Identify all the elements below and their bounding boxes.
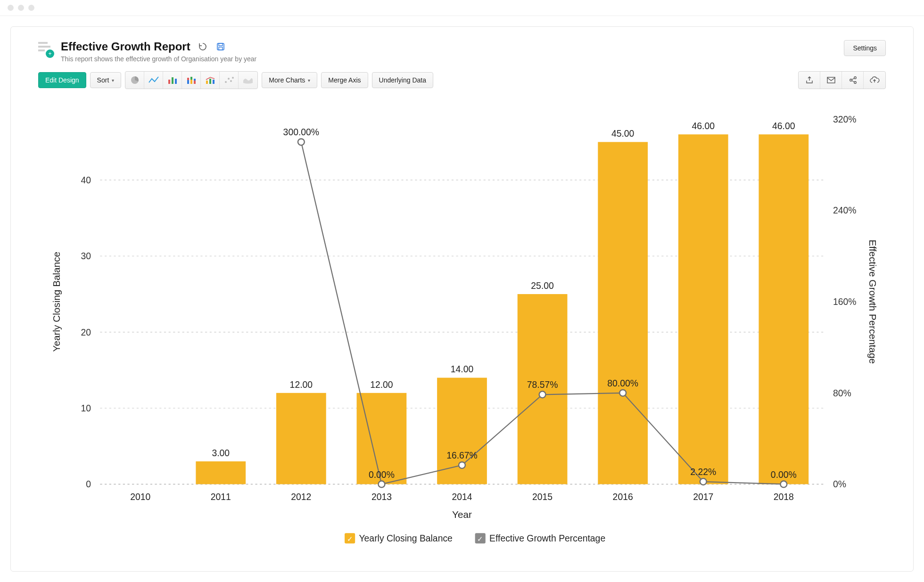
svg-rect-12	[194, 79, 196, 81]
svg-text:Effective Growth Percentage: Effective Growth Percentage	[489, 533, 605, 543]
svg-rect-2	[219, 47, 223, 50]
svg-text:78.57%: 78.57%	[527, 379, 558, 390]
svg-text:80%: 80%	[833, 388, 851, 398]
chart-type-map[interactable]	[239, 72, 257, 89]
underlying-data-button[interactable]: Underlying Data	[372, 72, 433, 88]
svg-rect-14	[209, 79, 211, 84]
svg-rect-13	[206, 81, 208, 84]
svg-text:2011: 2011	[211, 492, 231, 502]
edit-design-button[interactable]: Edit Design	[38, 72, 86, 88]
svg-text:2015: 2015	[532, 492, 553, 502]
combo-chart-icon	[205, 76, 216, 84]
settings-button[interactable]: Settings	[844, 40, 886, 56]
svg-text:80.00%: 80.00%	[607, 378, 638, 388]
svg-text:320%: 320%	[833, 114, 857, 124]
svg-text:2018: 2018	[774, 492, 794, 502]
plus-icon: +	[46, 49, 54, 58]
svg-point-60	[780, 481, 787, 488]
save-button[interactable]	[215, 41, 226, 52]
chart-type-stacked[interactable]	[182, 72, 201, 89]
chart-type-pie[interactable]	[125, 72, 144, 89]
page-title: Effective Growth Report	[61, 40, 190, 53]
scatter-chart-icon	[224, 76, 234, 84]
svg-text:3.00: 3.00	[212, 448, 230, 458]
chart-type-line[interactable]	[144, 72, 163, 89]
sort-button[interactable]: Sort ▾	[90, 72, 122, 88]
svg-text:160%: 160%	[833, 296, 857, 307]
toolbar: Edit Design Sort ▾	[33, 71, 891, 93]
svg-text:✓: ✓	[477, 535, 483, 543]
svg-text:300.00%: 300.00%	[283, 127, 319, 137]
merge-axis-button[interactable]: Merge Axis	[321, 72, 368, 88]
export-button[interactable]	[799, 72, 820, 89]
bar-chart-icon	[167, 76, 178, 84]
svg-text:0%: 0%	[833, 479, 846, 489]
chart-type-scatter[interactable]	[220, 72, 239, 89]
svg-rect-10	[190, 77, 192, 80]
svg-text:2017: 2017	[693, 492, 713, 502]
svg-point-16	[225, 81, 227, 83]
window-dot-close[interactable]	[8, 5, 14, 11]
svg-text:0.00%: 0.00%	[369, 469, 395, 480]
bar	[598, 142, 648, 484]
share-icon	[849, 76, 857, 84]
window-titlebar	[0, 0, 924, 16]
svg-text:2012: 2012	[291, 492, 311, 502]
svg-rect-4	[168, 80, 170, 84]
svg-text:46.00: 46.00	[772, 121, 795, 131]
svg-rect-6	[175, 79, 177, 84]
refresh-button[interactable]	[197, 41, 208, 52]
svg-text:10: 10	[81, 403, 91, 413]
report-icon: +	[38, 42, 52, 56]
svg-point-18	[230, 80, 232, 82]
svg-point-56	[619, 390, 626, 396]
svg-text:16.67%: 16.67%	[446, 450, 478, 460]
window-dot-max[interactable]	[28, 5, 34, 11]
svg-rect-8	[187, 78, 189, 80]
svg-text:Effective Growth Percentage: Effective Growth Percentage	[867, 239, 878, 364]
svg-text:46.00: 46.00	[692, 121, 715, 131]
chart-type-bar[interactable]	[163, 72, 182, 89]
svg-point-58	[700, 478, 707, 485]
svg-text:20: 20	[81, 327, 91, 337]
svg-rect-15	[213, 80, 214, 84]
stacked-bar-icon	[186, 76, 197, 84]
svg-point-21	[850, 79, 851, 81]
chart-type-combo[interactable]	[201, 72, 220, 89]
action-icon-group	[798, 71, 886, 89]
svg-text:0: 0	[86, 479, 91, 489]
svg-text:25.00: 25.00	[531, 280, 554, 291]
svg-point-52	[459, 462, 465, 468]
report-header: + Effective Growth Report	[33, 40, 891, 71]
pie-chart-icon	[130, 75, 140, 85]
export-icon	[805, 76, 814, 84]
more-charts-button[interactable]: More Charts ▾	[262, 72, 317, 88]
app-window: + Effective Growth Report	[0, 0, 924, 582]
svg-text:240%: 240%	[833, 205, 857, 215]
chart-area: 0102030400%80%160%240%320%3.0012.0012.00…	[33, 93, 891, 558]
bar	[678, 134, 728, 484]
canvas-wrap: + Effective Growth Report	[0, 16, 924, 582]
svg-text:12.00: 12.00	[370, 379, 393, 390]
svg-rect-0	[217, 43, 224, 50]
line-chart-icon	[148, 76, 159, 84]
svg-text:✓: ✓	[347, 535, 353, 543]
report-canvas: + Effective Growth Report	[10, 26, 914, 572]
cloud-button[interactable]	[864, 72, 885, 89]
more-charts-label: More Charts	[269, 76, 305, 84]
cloud-upload-icon	[869, 76, 880, 84]
chart-svg: 0102030400%80%160%240%320%3.0012.0012.00…	[38, 98, 886, 558]
bar	[276, 393, 326, 484]
svg-point-54	[539, 391, 546, 398]
map-chart-icon	[242, 76, 254, 84]
svg-text:Yearly Closing Balance: Yearly Closing Balance	[51, 252, 62, 352]
svg-text:0.00%: 0.00%	[771, 469, 797, 480]
chart-type-group	[125, 71, 258, 89]
window-dot-min[interactable]	[18, 5, 24, 11]
share-button[interactable]	[842, 72, 864, 89]
mail-icon	[826, 76, 836, 84]
mail-button[interactable]	[820, 72, 842, 89]
svg-text:2013: 2013	[371, 492, 392, 502]
svg-text:2014: 2014	[452, 492, 472, 502]
chevron-down-icon: ▾	[112, 78, 114, 83]
